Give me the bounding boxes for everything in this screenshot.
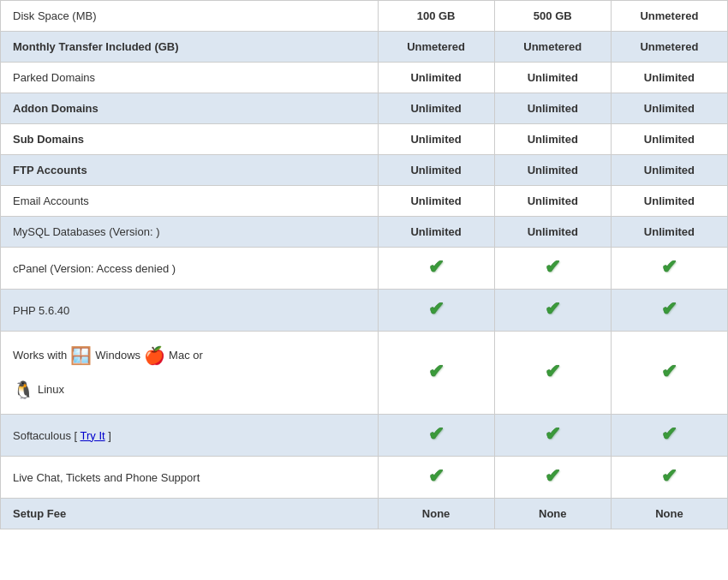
feature-cell: Live Chat, Tickets and Phone Support <box>1 457 379 499</box>
table-row: Disk Space (MB)100 GB500 GBUnmetered <box>1 1 728 32</box>
table-row: Monthly Transfer Included (GB)UnmeteredU… <box>1 32 728 63</box>
feature-label: Email Accounts <box>13 194 89 207</box>
feature-label: cPanel (Version: Access denied ) <box>13 262 176 275</box>
checkmark-icon <box>424 465 448 489</box>
value-cell: Unlimited <box>378 93 494 124</box>
value-cell: Unmetered <box>611 32 727 63</box>
check-cell <box>494 415 611 457</box>
check-cell <box>611 290 727 332</box>
value-cell: Unlimited <box>611 217 727 248</box>
checkmark-icon <box>540 465 564 489</box>
value-cell: Unlimited <box>494 63 611 93</box>
value-cell: Unlimited <box>494 186 611 217</box>
value-cell: Unlimited <box>378 186 494 217</box>
checkmark-icon <box>540 423 564 447</box>
value-cell: Unmetered <box>611 1 727 32</box>
value-cell: None <box>494 499 611 529</box>
feature-cell: cPanel (Version: Access denied ) <box>1 248 379 290</box>
table-row: Setup FeeNoneNoneNone <box>1 499 728 529</box>
checkmark-icon <box>657 423 681 447</box>
feature-cell: Works with🪟 Windows 🍎 Mac or 🐧 Linux <box>1 332 379 415</box>
feature-label: MySQL Databases (Version: ) <box>13 225 159 238</box>
value-cell: Unlimited <box>611 124 727 155</box>
value-cell: Unlimited <box>378 63 494 93</box>
comparison-table: Disk Space (MB)100 GB500 GBUnmeteredMont… <box>0 0 728 529</box>
table-row: Parked DomainsUnlimitedUnlimitedUnlimite… <box>1 63 728 93</box>
feature-cell: Monthly Transfer Included (GB) <box>1 32 379 63</box>
mac-label: Mac or <box>169 345 203 365</box>
check-cell <box>378 457 494 499</box>
check-cell <box>378 415 494 457</box>
checkmark-icon <box>424 298 448 322</box>
value-cell: Unlimited <box>494 155 611 186</box>
table-row: Works with🪟 Windows 🍎 Mac or 🐧 Linux <box>1 332 728 415</box>
checkmark-icon <box>540 256 564 280</box>
check-cell <box>378 248 494 290</box>
table-row: Softaculous [ Try It ] <box>1 415 728 457</box>
value-cell: Unlimited <box>378 124 494 155</box>
linux-label: Linux <box>38 380 64 399</box>
value-cell: Unlimited <box>378 217 494 248</box>
checkmark-icon <box>657 298 681 322</box>
linux-row: 🐧 Linux <box>13 374 366 405</box>
value-cell: None <box>378 499 494 529</box>
try-it-link[interactable]: Try It <box>81 429 105 442</box>
mac-icon: 🍎 <box>144 340 165 371</box>
check-cell <box>378 290 494 332</box>
check-cell <box>494 290 611 332</box>
value-cell: Unlimited <box>611 155 727 186</box>
check-cell <box>611 332 727 415</box>
feature-label: Parked Domains <box>13 71 95 84</box>
feature-label: Setup Fee <box>13 507 66 520</box>
feature-label: Sub Domains <box>13 133 84 146</box>
value-cell: Unlimited <box>494 93 611 124</box>
feature-cell: Email Accounts <box>1 186 379 217</box>
table-row: Sub DomainsUnlimitedUnlimitedUnlimited <box>1 124 728 155</box>
check-cell <box>494 248 611 290</box>
check-cell <box>611 457 727 499</box>
linux-icon: 🐧 <box>13 374 34 405</box>
value-cell: Unlimited <box>494 217 611 248</box>
checkmark-icon <box>657 361 681 385</box>
checkmark-icon <box>657 256 681 280</box>
check-cell <box>378 332 494 415</box>
value-cell: Unlimited <box>378 155 494 186</box>
value-cell: Unlimited <box>611 63 727 93</box>
softaculous-label: Softaculous [ Try It ] <box>13 429 111 442</box>
value-cell: 500 GB <box>494 1 611 32</box>
check-cell <box>494 457 611 499</box>
table-row: cPanel (Version: Access denied ) <box>1 248 728 290</box>
table-row: Live Chat, Tickets and Phone Support <box>1 457 728 499</box>
value-cell: Unlimited <box>494 124 611 155</box>
windows-label: Windows <box>95 345 140 365</box>
check-cell <box>611 248 727 290</box>
checkmark-icon <box>657 465 681 489</box>
checkmark-icon <box>540 298 564 322</box>
table-row: Addon DomainsUnlimitedUnlimitedUnlimited <box>1 93 728 124</box>
table-row: Email AccountsUnlimitedUnlimitedUnlimite… <box>1 186 728 217</box>
feature-cell: Sub Domains <box>1 124 379 155</box>
check-cell <box>494 332 611 415</box>
feature-label: Disk Space (MB) <box>13 9 97 22</box>
feature-cell: PHP 5.6.40 <box>1 290 379 332</box>
value-cell: Unlimited <box>611 186 727 217</box>
check-cell <box>611 415 727 457</box>
feature-label: Monthly Transfer Included (GB) <box>13 40 179 53</box>
table-row: MySQL Databases (Version: )UnlimitedUnli… <box>1 217 728 248</box>
feature-cell: Softaculous [ Try It ] <box>1 415 379 457</box>
feature-cell: Parked Domains <box>1 63 379 93</box>
feature-cell: MySQL Databases (Version: ) <box>1 217 379 248</box>
table-row: PHP 5.6.40 <box>1 290 728 332</box>
windows-icon: 🪟 <box>70 340 92 371</box>
feature-label: Addon Domains <box>13 102 98 115</box>
feature-cell: Addon Domains <box>1 93 379 124</box>
value-cell: Unmetered <box>378 32 494 63</box>
checkmark-icon <box>424 423 448 447</box>
feature-cell: FTP Accounts <box>1 155 379 186</box>
works-with-label: Works with <box>13 345 67 365</box>
table-row: FTP AccountsUnlimitedUnlimitedUnlimited <box>1 155 728 186</box>
value-cell: Unmetered <box>494 32 611 63</box>
feature-label: Live Chat, Tickets and Phone Support <box>13 471 200 484</box>
checkmark-icon <box>424 256 448 280</box>
checkmark-icon <box>424 361 448 385</box>
